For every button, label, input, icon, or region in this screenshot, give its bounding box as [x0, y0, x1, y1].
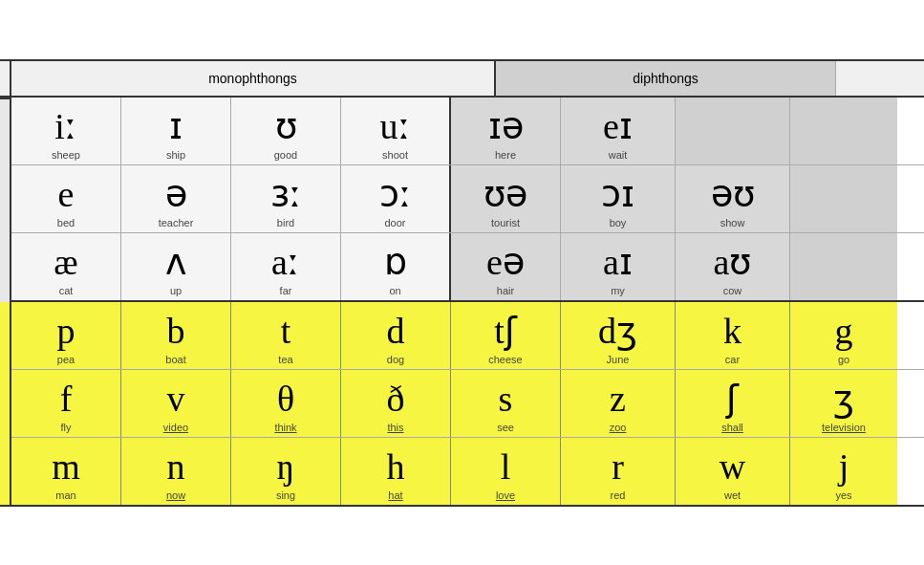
word-boy: boy: [610, 217, 627, 228]
cell-s: s see: [451, 370, 561, 437]
symbol-p: p: [57, 310, 75, 352]
word-zoo: zoo: [610, 422, 627, 433]
cell-j: j yes: [790, 438, 897, 505]
word-wet: wet: [724, 489, 741, 501]
symbol-ʌ: ʌ: [165, 241, 186, 283]
cell-t: t tea: [231, 302, 341, 369]
cell-ʃ: ʃ shall: [676, 370, 790, 437]
word-bed: bed: [57, 217, 75, 228]
symbol-z: z: [610, 378, 626, 420]
cell-ð: ð this: [341, 370, 451, 437]
symbol-j: j: [839, 445, 849, 488]
symbol-ɔɪ: ɔɪ: [601, 173, 634, 215]
header-diphthongs: diphthongs: [496, 61, 835, 96]
word-think: think: [274, 422, 296, 433]
word-wait: wait: [609, 149, 628, 161]
symbol-eə: eə: [486, 241, 525, 283]
cell-ʒ: ʒ television: [790, 370, 897, 437]
word-show: show: [720, 217, 745, 228]
word-hair: hair: [497, 285, 514, 296]
symbol-tʃ: tʃ: [494, 310, 517, 352]
cell-v: v video: [121, 370, 231, 437]
cell-f: f fly: [11, 370, 121, 437]
cell-ɒ: ɒ on: [341, 233, 451, 300]
cell-dʒ: dʒ June: [561, 302, 676, 369]
cell-ɔː: ɔː door: [341, 165, 451, 232]
symbol-v: v: [167, 378, 185, 420]
symbol-b: b: [167, 310, 185, 352]
cell-n: n now: [121, 438, 231, 505]
cell-empty-4: [790, 233, 897, 300]
symbol-ŋ: ŋ: [277, 445, 295, 488]
consonant-row-3: m man n now ŋ sing h hat l love r red: [11, 438, 924, 505]
word-my: my: [611, 285, 625, 296]
symbol-n: n: [167, 445, 185, 488]
symbol-dʒ: dʒ: [598, 310, 637, 352]
symbol-aʊ: aʊ: [714, 241, 752, 283]
vowel-row-3: æ cat ʌ up aː far ɒ on eə hair aɪ my: [11, 233, 924, 302]
consonants-label: CONSONANTS: [0, 302, 10, 505]
header-monophthongs: monophthongs: [11, 61, 496, 96]
vowel-row-2: e bed ə teacher ɜː bird ɔː door ʊə touri…: [11, 165, 924, 233]
main-table: monophthongs diphthongs iː sheep ɪ ship …: [11, 61, 924, 505]
symbol-r: r: [612, 445, 624, 488]
symbol-iː: iː: [54, 105, 77, 147]
symbol-ʊ: ʊ: [275, 105, 297, 147]
cell-θ: θ think: [231, 370, 341, 437]
cell-e: e bed: [11, 165, 121, 232]
word-bird: bird: [277, 217, 294, 228]
symbol-eɪ: eɪ: [603, 105, 633, 147]
word-hat: hat: [388, 489, 402, 501]
word-man: man: [55, 489, 75, 501]
cell-eɪ: eɪ wait: [561, 98, 676, 164]
word-tourist: tourist: [491, 217, 520, 228]
cell-ɜː: ɜː bird: [231, 165, 341, 232]
cell-æ: æ cat: [11, 233, 121, 300]
row-labels-column: VOWELS CONSONANTS: [0, 61, 11, 505]
symbol-g: g: [835, 310, 853, 352]
symbol-l: l: [501, 445, 511, 488]
cell-ʊə: ʊə tourist: [451, 165, 561, 232]
consonant-row-2: f fly v video θ think ð this s see z zoo: [11, 370, 924, 438]
cell-w: w wet: [676, 438, 790, 505]
word-far: far: [280, 285, 292, 296]
symbol-aɪ: aɪ: [603, 241, 633, 283]
cell-iː: iː sheep: [11, 98, 121, 164]
word-cow: cow: [723, 285, 742, 296]
word-cat: cat: [59, 285, 74, 296]
consonant-row-1: p pea b boat t tea d dog tʃ cheese dʒ Ju…: [11, 302, 924, 370]
word-good: good: [274, 149, 297, 161]
cell-p: p pea: [11, 302, 121, 369]
word-car: car: [725, 354, 740, 365]
cell-əʊ: əʊ show: [676, 165, 790, 232]
symbol-ð: ð: [387, 378, 405, 420]
symbol-f: f: [60, 378, 73, 420]
header-row: monophthongs diphthongs: [11, 61, 924, 98]
symbol-ɔː: ɔː: [379, 173, 412, 215]
symbol-ɜː: ɜː: [270, 173, 302, 215]
vowel-row-1: iː sheep ɪ ship ʊ good uː shoot ɪə here …: [11, 98, 924, 165]
symbol-uː: uː: [380, 105, 411, 147]
symbol-ɪə: ɪə: [488, 105, 524, 147]
cell-ɔɪ: ɔɪ boy: [561, 165, 676, 232]
word-video: video: [163, 422, 188, 433]
cell-ʊ: ʊ good: [231, 98, 341, 164]
cell-empty-1: [676, 98, 790, 164]
word-shall: shall: [721, 422, 743, 433]
word-television: television: [822, 422, 866, 433]
cell-ɪə: ɪə here: [451, 98, 561, 164]
cell-eə: eə hair: [451, 233, 561, 300]
word-june: June: [607, 354, 630, 365]
word-ship: ship: [166, 149, 185, 161]
word-teacher: teacher: [159, 217, 194, 228]
symbol-k: k: [723, 310, 741, 352]
word-dog: dog: [387, 354, 404, 365]
cell-g: g go: [790, 302, 897, 369]
word-tea: tea: [278, 354, 292, 365]
symbol-s: s: [499, 378, 513, 420]
symbol-əʊ: əʊ: [711, 173, 755, 215]
cell-empty-2: [790, 98, 897, 164]
cell-empty-3: [790, 165, 897, 232]
word-red: red: [611, 489, 626, 501]
symbol-ʒ: ʒ: [833, 378, 854, 420]
